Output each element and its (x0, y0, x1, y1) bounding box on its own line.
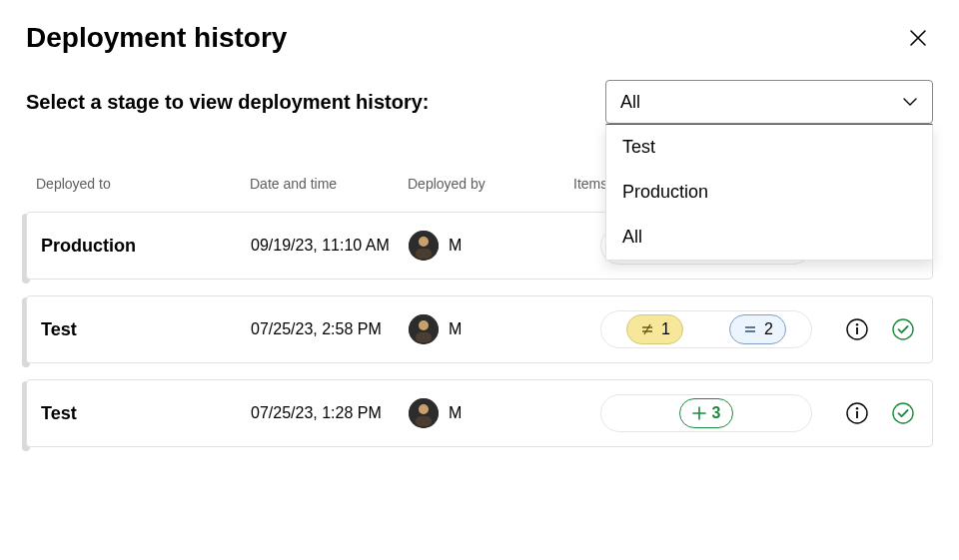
added-pill[interactable]: 3 (679, 398, 734, 428)
stage-filter-option-production[interactable]: Production (606, 170, 932, 215)
date-cell: 09/19/23, 11:10 AM (251, 237, 409, 255)
col-deployed-to: Deployed to (36, 176, 250, 192)
info-button[interactable] (844, 316, 870, 342)
info-button[interactable] (844, 400, 870, 426)
col-deployed-by: Deployed by (408, 176, 573, 192)
stage-filter-option-all[interactable]: All (606, 215, 932, 260)
status-button[interactable] (890, 400, 916, 426)
check-circle-icon (891, 317, 915, 341)
info-icon (845, 401, 869, 425)
stage-filter-option-test[interactable]: Test (606, 125, 932, 170)
deployment-row[interactable]: Test 07/25/23, 2:58 PM M (26, 295, 933, 363)
svg-point-1 (419, 237, 429, 247)
date-cell: 07/25/23, 2:58 PM (251, 320, 409, 338)
stage-cell: Production (37, 236, 251, 257)
svg-point-15 (419, 404, 429, 414)
stage-cell: Test (37, 319, 251, 340)
same-pill[interactable]: 2 (729, 314, 786, 344)
svg-point-13 (893, 319, 913, 339)
stage-filter-selected: All (620, 92, 640, 113)
stage-filter-trigger[interactable]: All (605, 80, 933, 124)
added-count: 3 (712, 404, 721, 422)
chevron-down-icon (902, 94, 918, 110)
stage-filter-dropdown: All Test Production All (605, 80, 933, 124)
deployment-row[interactable]: Test 07/25/23, 1:28 PM M 3 (26, 379, 933, 447)
date-cell: 07/25/23, 1:28 PM (251, 404, 409, 422)
equal-icon (742, 321, 758, 337)
svg-rect-2 (416, 249, 432, 259)
items-summary: 3 (600, 394, 812, 432)
svg-rect-12 (856, 327, 858, 334)
stage-cell: Test (37, 403, 251, 424)
svg-point-18 (856, 407, 858, 409)
svg-rect-16 (416, 416, 432, 426)
svg-point-11 (856, 323, 858, 325)
deployed-by-name: M (449, 237, 462, 255)
deployed-by-name: M (449, 320, 462, 338)
close-icon (909, 29, 927, 47)
col-date-time: Date and time (250, 176, 408, 192)
changed-count: 1 (661, 320, 670, 338)
stage-filter-menu: Test Production All (605, 124, 933, 261)
svg-rect-19 (856, 411, 858, 418)
check-circle-icon (891, 401, 915, 425)
stage-filter-label: Select a stage to view deployment histor… (26, 91, 429, 114)
avatar (409, 231, 439, 261)
deployed-by-name: M (449, 404, 462, 422)
not-equal-icon (639, 321, 655, 337)
same-count: 2 (764, 320, 773, 338)
changed-pill[interactable]: 1 (626, 314, 683, 344)
items-summary: 1 2 (600, 310, 812, 348)
svg-rect-9 (416, 332, 432, 342)
svg-point-8 (419, 320, 429, 330)
close-button[interactable] (903, 23, 933, 53)
avatar (409, 398, 439, 428)
plus-icon (692, 406, 706, 420)
page-title: Deployment history (26, 22, 287, 54)
avatar (409, 314, 439, 344)
status-button[interactable] (890, 316, 916, 342)
info-icon (845, 317, 869, 341)
svg-point-20 (893, 403, 913, 423)
